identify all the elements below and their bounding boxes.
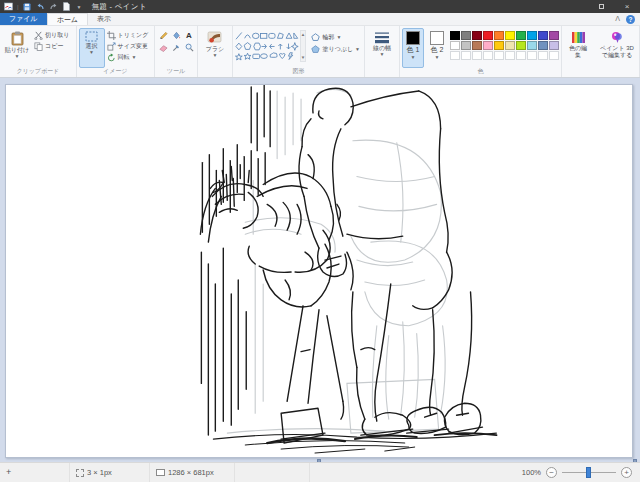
paint-canvas[interactable] — [5, 84, 633, 458]
palette-empty-slot-3[interactable] — [483, 51, 493, 60]
palette-empty-slot-6[interactable] — [516, 51, 526, 60]
palette-color-1-4[interactable] — [494, 31, 504, 40]
palette-empty-slot-5[interactable] — [505, 51, 515, 60]
palette-color-2-1[interactable] — [461, 41, 471, 50]
rotate-label: 回転 — [118, 53, 130, 62]
rotate-button[interactable]: 回転 ▼ — [105, 52, 151, 62]
group-label-clipboard: クリップボード — [0, 67, 76, 76]
eraser-tool[interactable] — [157, 42, 169, 53]
tab-home[interactable]: ホーム — [47, 13, 88, 25]
stroke-size-button[interactable]: 線の幅 ▼ — [367, 28, 397, 68]
brushes-button[interactable]: ブラシ ▼ — [200, 28, 230, 68]
color-palette[interactable] — [450, 28, 559, 68]
copy-button[interactable]: コピー — [32, 41, 71, 51]
new-file-icon[interactable] — [62, 2, 71, 11]
palette-empty-slot-8[interactable] — [538, 51, 548, 60]
palette-empty-slot-2[interactable] — [472, 51, 482, 60]
scissors-icon — [34, 31, 43, 40]
zoom-slider-thumb[interactable] — [586, 467, 591, 478]
fill-tool[interactable] — [170, 30, 182, 41]
color2-button[interactable]: 色 2 ▼ — [426, 28, 448, 68]
ribbon-tab-row: ファイル ホーム 表示 ᐱ ? — [0, 13, 640, 26]
zoom-out-button[interactable]: − — [546, 467, 557, 478]
palette-empty-slot-9[interactable] — [549, 51, 559, 60]
paste-button[interactable]: 貼り付け ▼ — [2, 28, 32, 68]
paint3d-label: ペイント 3D で編集する — [598, 45, 636, 59]
canvas-scroll-area[interactable] — [0, 78, 640, 462]
palette-color-1-6[interactable] — [516, 31, 526, 40]
palette-color-2-0[interactable] — [450, 41, 460, 50]
redo-icon[interactable] — [49, 2, 58, 11]
palette-color-2-6[interactable] — [516, 41, 526, 50]
undo-icon[interactable] — [36, 2, 45, 11]
magnifier-tool[interactable] — [183, 42, 195, 53]
save-icon[interactable] — [23, 2, 32, 11]
palette-color-2-7[interactable] — [527, 41, 537, 50]
palette-color-1-9[interactable] — [549, 31, 559, 40]
shapes-scroll-down-icon[interactable]: ▼ — [301, 55, 305, 60]
palette-color-1-3[interactable] — [483, 31, 493, 40]
collapse-ribbon-icon[interactable]: ᐱ — [615, 16, 620, 22]
zoom-slider[interactable] — [562, 467, 616, 478]
palette-color-2-9[interactable] — [549, 41, 559, 50]
palette-color-1-7[interactable] — [527, 31, 537, 40]
select-icon — [85, 31, 98, 42]
color-picker-tool[interactable] — [170, 42, 182, 53]
title-bar: | ▼ 無題 - ペイント × — [0, 0, 640, 13]
file-size-section — [235, 463, 310, 482]
select-button[interactable]: 選択 ▼ — [79, 28, 105, 68]
pencil-tool[interactable] — [157, 30, 169, 41]
paint3d-icon — [611, 31, 623, 44]
cut-label: 切り取り — [45, 31, 69, 40]
text-tool[interactable]: A — [183, 30, 195, 41]
resize-button[interactable]: サイズ変更 — [105, 41, 151, 51]
group-shapes: ▲ ▼ 輪郭 ▼ 塗りつぶし ▼ 図形 — [233, 26, 365, 77]
color1-button[interactable]: 色 1 ▼ — [402, 28, 424, 68]
palette-color-1-8[interactable] — [538, 31, 548, 40]
rotate-dropdown-icon: ▼ — [132, 55, 137, 59]
pencil-icon — [159, 31, 168, 40]
maximize-icon[interactable] — [588, 0, 614, 13]
close-icon[interactable]: × — [614, 0, 640, 13]
crop-button[interactable]: トリミング — [105, 30, 151, 40]
palette-color-1-2[interactable] — [472, 31, 482, 40]
color2-swatch — [430, 31, 444, 45]
palette-color-1-5[interactable] — [505, 31, 515, 40]
group-image: 選択 ▼ トリミング サイズ変更 回転 ▼ — [77, 26, 155, 77]
paint-window: | ▼ 無題 - ペイント × ファイル ホーム 表示 ᐱ ? — [0, 0, 640, 482]
stroke-size-dropdown-icon: ▼ — [380, 52, 385, 56]
palette-color-1-0[interactable] — [450, 31, 460, 40]
palette-color-2-3[interactable] — [483, 41, 493, 50]
qat-customize-chevron-icon[interactable]: ▼ — [75, 2, 84, 11]
fill-dropdown-icon: ▼ — [355, 47, 360, 51]
palette-color-2-2[interactable] — [472, 41, 482, 50]
shapes-scrollbar[interactable]: ▲ ▼ — [300, 30, 307, 62]
tab-view[interactable]: 表示 — [88, 13, 120, 25]
shapes-scroll-up-icon[interactable]: ▲ — [301, 32, 305, 37]
help-icon[interactable]: ? — [626, 15, 635, 24]
fill-label: 塗りつぶし — [322, 45, 353, 54]
fill-button[interactable]: 塗りつぶし ▼ — [309, 44, 362, 54]
palette-color-2-4[interactable] — [494, 41, 504, 50]
canvas-drawing[interactable] — [6, 85, 632, 457]
palette-empty-slot-7[interactable] — [527, 51, 537, 60]
color1-swatch — [406, 31, 420, 45]
palette-empty-slot-1[interactable] — [461, 51, 471, 60]
paste-dropdown-icon: ▼ — [15, 54, 20, 58]
tab-file[interactable]: ファイル — [0, 13, 47, 25]
palette-color-2-8[interactable] — [538, 41, 548, 50]
shapes-grid[interactable] — [235, 30, 299, 62]
edit-colors-button[interactable]: 色の編集 — [564, 28, 592, 68]
ribbon: 貼り付け ▼ 切り取り コピー クリップボード — [0, 26, 640, 78]
outline-button[interactable]: 輪郭 ▼ — [309, 32, 362, 42]
rotate-icon — [107, 53, 116, 62]
palette-color-2-5[interactable] — [505, 41, 515, 50]
palette-color-1-1[interactable] — [461, 31, 471, 40]
palette-empty-slot-4[interactable] — [494, 51, 504, 60]
fill-bucket-icon — [172, 31, 181, 40]
palette-empty-slot-0[interactable] — [450, 51, 460, 60]
copy-label: コピー — [45, 42, 63, 51]
cut-button[interactable]: 切り取り — [32, 30, 71, 40]
zoom-in-button[interactable]: + — [621, 467, 632, 478]
paint3d-button[interactable]: ペイント 3D で編集する — [596, 28, 638, 68]
